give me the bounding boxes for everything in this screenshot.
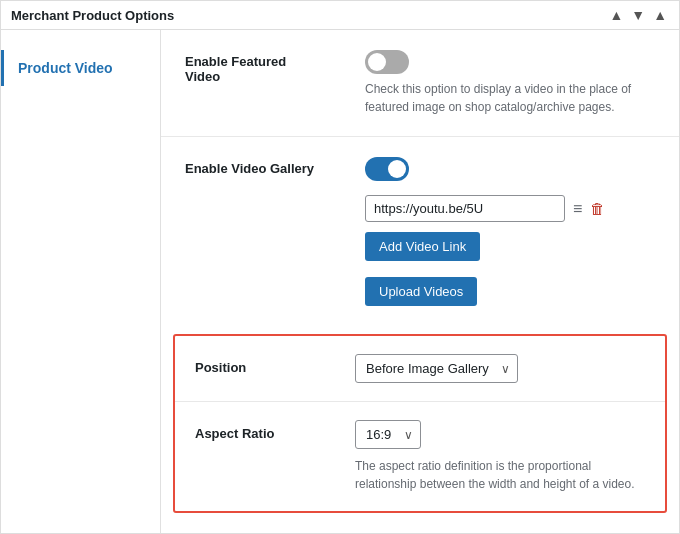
hamburger-icon[interactable]: ≡ [573,200,582,218]
aspect-ratio-control: 16:9 4:3 1:1 9:16 The aspect ratio defin… [355,420,645,493]
aspect-ratio-label: Aspect Ratio [195,420,335,441]
video-gallery-label: Enable Video Gallery [185,157,345,176]
content-area: Enable FeaturedVideo Check this option t… [161,30,679,533]
main-layout: Product Video Enable FeaturedVideo Check… [1,30,679,533]
trash-icon[interactable]: 🗑 [590,200,605,217]
collapse-down-icon[interactable]: ▼ [629,7,647,23]
expand-icon[interactable]: ▲ [651,7,669,23]
aspect-ratio-select[interactable]: 16:9 4:3 1:1 9:16 [355,420,421,449]
video-url-input[interactable] [365,195,565,222]
video-gallery-slider [365,157,409,181]
video-gallery-section: Enable Video Gallery ≡ 🗑 Add V [161,137,679,334]
add-video-link-button[interactable]: Add Video Link [365,232,480,261]
video-gallery-control: ≡ 🗑 Add Video Link Upload Videos [365,157,655,314]
sidebar: Product Video [1,30,161,533]
video-gallery-toggle[interactable] [365,157,409,181]
featured-video-slider [365,50,409,74]
position-select[interactable]: Before Image Gallery After Image Gallery [355,354,518,383]
window-title: Merchant Product Options [11,8,174,23]
collapse-up-icon[interactable]: ▲ [607,7,625,23]
upload-videos-button[interactable]: Upload Videos [365,277,477,306]
position-select-wrapper: Before Image Gallery After Image Gallery [355,354,518,383]
highlighted-section: Position Before Image Gallery After Imag… [173,334,667,513]
aspect-ratio-select-wrapper: 16:9 4:3 1:1 9:16 [355,420,421,449]
aspect-ratio-description: The aspect ratio definition is the propo… [355,457,645,493]
window: Merchant Product Options ▲ ▼ ▲ Product V… [0,0,680,534]
sidebar-item-product-video[interactable]: Product Video [1,50,160,86]
featured-video-toggle[interactable] [365,50,409,74]
featured-video-description: Check this option to display a video in … [365,80,655,116]
featured-video-control: Check this option to display a video in … [365,50,655,116]
featured-video-label: Enable FeaturedVideo [185,50,345,84]
video-url-row: ≡ 🗑 [365,195,655,222]
position-label: Position [195,354,335,375]
aspect-ratio-row: Aspect Ratio 16:9 4:3 1:1 9:16 The aspec… [175,401,665,511]
position-row: Position Before Image Gallery After Imag… [175,336,665,401]
position-control: Before Image Gallery After Image Gallery [355,354,645,383]
title-bar: Merchant Product Options ▲ ▼ ▲ [1,1,679,30]
featured-video-section: Enable FeaturedVideo Check this option t… [161,30,679,137]
title-bar-controls: ▲ ▼ ▲ [607,7,669,23]
